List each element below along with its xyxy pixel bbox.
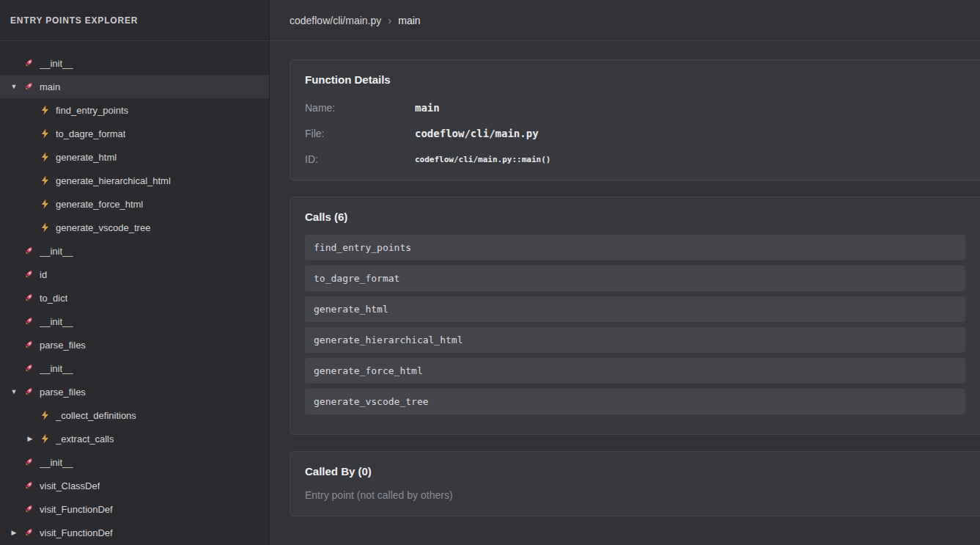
tree-item-label: __init__ bbox=[40, 457, 73, 468]
sidebar: ENTRY POINTS EXPLORER __init__▼mainfind_… bbox=[0, 0, 270, 545]
sidebar-title: ENTRY POINTS EXPLORER bbox=[0, 0, 269, 41]
tree-item-label: visit_FunctionDef bbox=[40, 504, 113, 515]
rocket-icon bbox=[22, 246, 35, 256]
tree-item-parse_files[interactable]: ▼parse_files bbox=[0, 380, 269, 403]
bolt-icon bbox=[38, 105, 51, 115]
breadcrumb: codeflow/cli/main.py › main bbox=[270, 0, 980, 41]
rocket-icon bbox=[22, 58, 35, 68]
tree-item-label: id bbox=[40, 269, 47, 280]
tree-item-label: __init__ bbox=[40, 316, 73, 327]
rocket-icon bbox=[22, 81, 35, 92]
chevron-down-icon[interactable]: ▼ bbox=[6, 389, 22, 395]
field-label-file: File: bbox=[305, 128, 415, 139]
tree-item-label: to_dagre_format bbox=[56, 128, 125, 139]
tree-item-parse_files[interactable]: parse_files bbox=[0, 333, 269, 356]
called-by-card: Called By (0) Entry point (not called by… bbox=[290, 451, 980, 516]
chevron-down-icon[interactable]: ▼ bbox=[6, 84, 22, 90]
tree-item-find_entry_points[interactable]: find_entry_points bbox=[0, 98, 269, 122]
chevron-right-icon[interactable]: ▶ bbox=[22, 436, 38, 442]
calls-list: find_entry_pointsto_dagre_formatgenerate… bbox=[305, 235, 965, 414]
tree-item-generate_vscode_tree[interactable]: generate_vscode_tree bbox=[0, 216, 269, 239]
tree-item-__init__[interactable]: __init__ bbox=[0, 356, 269, 380]
tree-item-visit_ClassDef[interactable]: visit_ClassDef bbox=[0, 474, 269, 497]
rocket-icon bbox=[22, 293, 35, 303]
call-item-generate_vscode_tree[interactable]: generate_vscode_tree bbox=[305, 389, 965, 414]
call-item-generate_html[interactable]: generate_html bbox=[305, 296, 965, 322]
rocket-icon bbox=[22, 457, 35, 467]
tree-item-label: generate_html bbox=[56, 152, 117, 163]
function-details-fields: Name: main File: codeflow/cli/main.py ID… bbox=[305, 102, 965, 165]
tree-item-label: _extract_calls bbox=[56, 434, 114, 445]
tree-item-__init__[interactable]: __init__ bbox=[0, 310, 269, 333]
called-by-empty-text: Entry point (not called by others) bbox=[305, 489, 965, 501]
rocket-icon bbox=[22, 504, 35, 514]
call-item-generate_force_html[interactable]: generate_force_html bbox=[305, 358, 965, 384]
field-label-name: Name: bbox=[305, 102, 415, 114]
bolt-icon bbox=[38, 175, 51, 186]
called-by-title: Called By (0) bbox=[305, 465, 965, 478]
tree-item-label: __init__ bbox=[40, 363, 73, 374]
bolt-icon bbox=[38, 434, 51, 444]
bolt-icon bbox=[38, 128, 51, 139]
bolt-icon bbox=[38, 410, 51, 420]
tree-item-label: _collect_definitions bbox=[56, 410, 136, 421]
calls-card: Calls (6) find_entry_pointsto_dagre_form… bbox=[290, 197, 980, 435]
call-item-find_entry_points[interactable]: find_entry_points bbox=[305, 235, 965, 260]
tree-item-generate_html[interactable]: generate_html bbox=[0, 145, 269, 169]
tree-item-_collect_definitions[interactable]: _collect_definitions bbox=[0, 403, 269, 427]
tree-item-visit_FunctionDef[interactable]: visit_FunctionDef bbox=[0, 497, 269, 521]
bolt-icon bbox=[38, 199, 51, 209]
rocket-icon bbox=[22, 340, 35, 350]
field-value-file: codeflow/cli/main.py bbox=[415, 128, 965, 139]
tree-item-label: __init__ bbox=[40, 246, 73, 257]
rocket-icon bbox=[22, 269, 35, 279]
tree-item-to_dict[interactable]: to_dict bbox=[0, 286, 269, 310]
tree-item-label: generate_vscode_tree bbox=[56, 222, 150, 233]
field-value-id: codeflow/cli/main.py::main() bbox=[415, 155, 965, 164]
function-details-card: Function Details Name: main File: codefl… bbox=[290, 59, 980, 180]
chevron-right-icon[interactable]: ▶ bbox=[6, 530, 22, 536]
breadcrumb-separator-icon: › bbox=[388, 14, 391, 26]
tree-item-label: parse_files bbox=[40, 387, 86, 398]
rocket-icon bbox=[22, 316, 35, 326]
rocket-icon bbox=[22, 363, 35, 373]
tree-item-__init__[interactable]: __init__ bbox=[0, 450, 269, 474]
function-details-title: Function Details bbox=[305, 73, 965, 86]
tree-item-label: find_entry_points bbox=[56, 105, 128, 116]
tree-item-label: main bbox=[40, 81, 60, 92]
tree-item-label: visit_ClassDef bbox=[40, 480, 100, 491]
tree-item-main[interactable]: ▼main bbox=[0, 75, 269, 98]
tree-item-generate_force_html[interactable]: generate_force_html bbox=[0, 192, 269, 216]
tree-item-label: visit_FunctionDef bbox=[40, 527, 113, 538]
tree-item-generate_hierarchical_html[interactable]: generate_hierarchical_html bbox=[0, 169, 269, 192]
call-item-to_dagre_format[interactable]: to_dagre_format bbox=[305, 266, 965, 291]
entry-points-tree: __init__▼mainfind_entry_pointsto_dagre_f… bbox=[0, 41, 269, 545]
call-item-generate_hierarchical_html[interactable]: generate_hierarchical_html bbox=[305, 327, 965, 353]
content-area: Function Details Name: main File: codefl… bbox=[270, 41, 980, 545]
tree-item-id[interactable]: id bbox=[0, 263, 269, 286]
rocket-icon bbox=[22, 527, 35, 538]
field-value-name: main bbox=[415, 102, 965, 114]
tree-item-label: generate_force_html bbox=[56, 199, 143, 210]
tree-item-label: generate_hierarchical_html bbox=[56, 175, 171, 186]
tree-item-_extract_calls[interactable]: ▶_extract_calls bbox=[0, 427, 269, 450]
tree-item-label: to_dict bbox=[40, 293, 67, 304]
tree-item-visit_FunctionDef[interactable]: ▶visit_FunctionDef bbox=[0, 521, 269, 544]
tree-item-__init__[interactable]: __init__ bbox=[0, 239, 269, 263]
rocket-icon bbox=[22, 480, 35, 491]
tree-item-__init__[interactable]: __init__ bbox=[0, 51, 269, 75]
main-panel: codeflow/cli/main.py › main Function Det… bbox=[270, 0, 980, 545]
bolt-icon bbox=[38, 152, 51, 162]
rocket-icon bbox=[22, 387, 35, 397]
tree-item-label: parse_files bbox=[40, 340, 86, 351]
tree-item-label: __init__ bbox=[40, 58, 73, 69]
breadcrumb-current: main bbox=[398, 15, 420, 26]
calls-title: Calls (6) bbox=[305, 211, 965, 223]
breadcrumb-path[interactable]: codeflow/cli/main.py bbox=[290, 15, 381, 26]
bolt-icon bbox=[38, 222, 51, 233]
field-label-id: ID: bbox=[305, 153, 415, 165]
tree-item-to_dagre_format[interactable]: to_dagre_format bbox=[0, 122, 269, 145]
